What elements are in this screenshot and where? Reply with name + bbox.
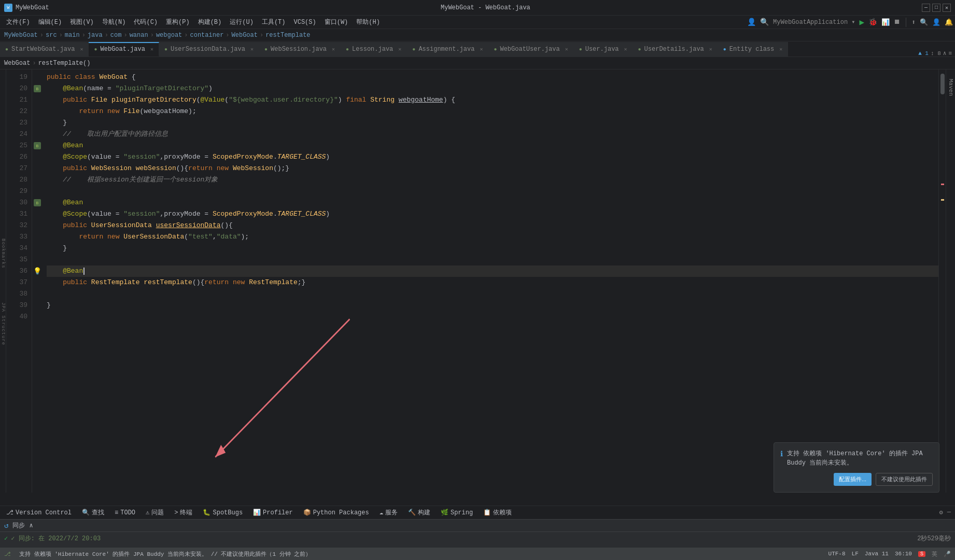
menu-tools[interactable]: 工具(T): [258, 16, 290, 28]
search-icon-toolbar[interactable]: 🔍: [760, 18, 769, 26]
path-com[interactable]: com: [110, 32, 122, 39]
run-config-selector[interactable]: MyWebGoatApplication ▾: [773, 18, 855, 26]
editor-main: Bookmarks JPA Structure 19 20 21 22 23 2…: [0, 69, 955, 493]
tab-webgoatuser[interactable]: ● WebGoatUser.java ✕: [488, 42, 573, 57]
path-java[interactable]: java: [88, 32, 103, 39]
tab-startwebgoat[interactable]: ● StartWebGoat.java ✕: [0, 42, 89, 57]
status-mic-icon[interactable]: 🎤: [944, 551, 951, 557]
status-encoding[interactable]: UTF-8: [828, 551, 846, 557]
breadcrumb-resttemplate[interactable]: restTemplate(): [38, 60, 91, 67]
tab-usersessiondata[interactable]: ● UserSessionData.java ✕: [159, 42, 259, 57]
status-lang-icon[interactable]: 英: [932, 550, 937, 558]
configure-plugin-button[interactable]: 配置插件...: [834, 473, 872, 486]
menu-window[interactable]: 窗口(W): [320, 16, 353, 28]
tab-close-entity-class[interactable]: ✕: [779, 46, 782, 52]
debug-button[interactable]: 🐞: [868, 18, 877, 26]
python-packages-tab[interactable]: 📦 Python Packages: [301, 509, 371, 516]
window-controls[interactable]: — □ ✕: [922, 4, 951, 12]
warn-icon-36[interactable]: 💡: [33, 267, 41, 275]
notification-info-icon: ℹ: [780, 450, 783, 458]
status-bar: ⎇ 支持 依赖项 'Hibernate Core' 的插件 JPA Buddy …: [0, 548, 955, 560]
path-wanan[interactable]: wanan: [130, 32, 148, 39]
version-control-tab[interactable]: ⎇ Version Control: [4, 509, 74, 516]
user-avatar[interactable]: 👤: [932, 18, 940, 26]
tab-userdetails[interactable]: ● UserDetails.java ✕: [633, 42, 718, 57]
services-tab[interactable]: ☁ 服务: [377, 508, 400, 517]
find-tab[interactable]: 🔍 查找: [80, 508, 106, 517]
dismiss-plugin-button[interactable]: 不建议使用此插件: [876, 473, 933, 486]
run-with-coverage-button[interactable]: 📊: [881, 18, 890, 26]
tab-close-webgoatuser[interactable]: ✕: [565, 46, 568, 52]
tab-close-startwebgoat[interactable]: ✕: [80, 46, 83, 52]
menu-code[interactable]: 代码(C): [130, 16, 162, 28]
tab-close-lesson[interactable]: ✕: [398, 46, 401, 52]
status-sougou-icon[interactable]: S: [918, 551, 925, 557]
tab-close-usersessiondata[interactable]: ✕: [250, 46, 254, 52]
path-webgoat[interactable]: webgoat: [156, 32, 182, 39]
sync-panel-content: ✓ ✓ 同步: 在 2022/7/2 20:03 2秒529毫秒: [0, 532, 955, 545]
tab-expand-icon[interactable]: ∧: [943, 50, 947, 57]
path-main[interactable]: main: [65, 32, 80, 39]
deps-tab[interactable]: 📋 依赖项: [481, 508, 514, 517]
status-line-ending[interactable]: LF: [852, 551, 859, 557]
path-rest-template[interactable]: restTemplate: [265, 32, 310, 39]
terminal-tab[interactable]: > 终端: [172, 508, 194, 517]
scrollbar-indicator[interactable]: [938, 69, 946, 493]
code-editor[interactable]: public class WebGoat { @Bean(name = "plu…: [43, 69, 938, 493]
maximize-button[interactable]: □: [932, 4, 940, 12]
menu-help[interactable]: 帮助(H): [352, 16, 384, 28]
menu-view[interactable]: 视图(V): [66, 16, 98, 28]
spring-tab[interactable]: 🌿 Spring: [439, 509, 475, 516]
profiler-tab[interactable]: 📊 Profiler: [251, 509, 295, 516]
search-everywhere-icon[interactable]: 🔍: [920, 18, 928, 26]
tab-close-websession[interactable]: ✕: [332, 46, 335, 52]
path-container[interactable]: container: [190, 32, 224, 39]
breadcrumb-webgoat[interactable]: WebGoat: [4, 60, 30, 67]
path-mywebgoat[interactable]: MyWebGoat: [4, 32, 38, 39]
menu-navigate[interactable]: 导航(N): [98, 16, 130, 28]
build-tab[interactable]: 🔨 构建: [406, 508, 432, 517]
stop-button[interactable]: ⏹: [894, 18, 901, 26]
app-name: MyWebGoat: [16, 4, 49, 11]
tab-close-user[interactable]: ✕: [624, 46, 627, 52]
scroll-thumb[interactable]: [940, 74, 945, 94]
problems-tab[interactable]: ⚠ 问题: [144, 508, 166, 517]
path-webgoat-class[interactable]: WebGoat: [232, 32, 258, 39]
tab-user[interactable]: ● User.java ✕: [574, 42, 633, 57]
bean-icon-30[interactable]: B: [34, 199, 41, 206]
close-button[interactable]: ✕: [943, 4, 951, 12]
settings-icon[interactable]: ⚙: [939, 509, 943, 516]
menu-run[interactable]: 运行(U): [226, 16, 258, 28]
minimize-button[interactable]: —: [922, 4, 930, 12]
tab-webgoat[interactable]: ● WebGoat.java ✕: [89, 42, 159, 57]
tab-websession[interactable]: ● WebSession.java ✕: [259, 42, 341, 57]
tab-close-assignment[interactable]: ✕: [480, 46, 483, 52]
tab-close-webgoat[interactable]: ✕: [150, 46, 153, 52]
sync-expand-icon[interactable]: ∧: [29, 522, 33, 529]
tab-close-userdetails[interactable]: ✕: [709, 46, 712, 52]
spotbugs-tab[interactable]: 🐛 SpotBugs: [201, 509, 245, 516]
run-button[interactable]: ▶: [860, 17, 865, 27]
bean-icon-20[interactable]: B: [34, 85, 41, 92]
path-src[interactable]: src: [46, 32, 57, 39]
gutter-40: [32, 311, 43, 323]
update-icon[interactable]: ⬆: [911, 18, 916, 26]
notifications-icon[interactable]: 🔔: [945, 18, 953, 26]
menu-edit[interactable]: 编辑(E): [34, 16, 66, 28]
editor-breadcrumb: WebGoat › restTemplate(): [0, 57, 955, 69]
menu-build[interactable]: 构建(B): [194, 16, 226, 28]
todo-tab[interactable]: ≡ TODO: [113, 509, 137, 516]
tab-overflow-icon[interactable]: ≡: [948, 50, 952, 57]
gutter-29: [32, 186, 43, 197]
user-icon[interactable]: 👤: [747, 18, 756, 26]
maven-tab[interactable]: Maven: [946, 75, 956, 100]
menu-refactor[interactable]: 重构(P): [162, 16, 194, 28]
tab-assignment[interactable]: ● Assignment.java ✕: [407, 42, 488, 57]
gutter-34: [32, 243, 43, 254]
bean-icon-25[interactable]: B: [34, 142, 41, 149]
tab-lesson[interactable]: ● Lesson.java ✕: [341, 42, 407, 57]
menu-file[interactable]: 文件(F): [2, 16, 34, 28]
tab-entity-class[interactable]: ● Entity class ✕: [718, 42, 788, 57]
menu-vcs[interactable]: VCS(S): [289, 17, 320, 27]
hide-icon[interactable]: —: [947, 509, 951, 516]
